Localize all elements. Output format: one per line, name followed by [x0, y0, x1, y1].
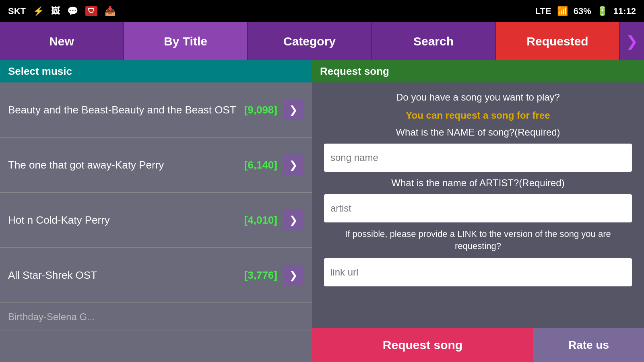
message-icon: 💬 [67, 6, 78, 16]
download-icon: 📥 [105, 6, 116, 16]
tab-bar: New By Title Category Search Requested ❯ [0, 22, 644, 60]
carrier-label: SKT [8, 6, 26, 16]
status-bar: SKT ⚡ 🖼 💬 🛡 📥 LTE 📶 63% 🔋 11:12 [0, 0, 644, 22]
link-input[interactable] [324, 258, 632, 286]
request-intro-text: Do you have a song you want to play? [324, 90, 632, 104]
music-item-arrow[interactable]: ❯ [283, 265, 304, 286]
battery-label: 63% [574, 6, 591, 16]
music-item-arrow[interactable]: ❯ [283, 154, 304, 175]
request-song-button[interactable]: Request song [312, 328, 533, 362]
music-item[interactable]: Beauty and the Beast-Beauty and the Beas… [0, 82, 312, 138]
image-icon: 🖼 [51, 6, 60, 16]
music-item[interactable]: The one that got away-Katy Perry [6,140]… [0, 138, 312, 193]
app-icon: 🛡 [85, 6, 97, 16]
tab-category[interactable]: Category [248, 22, 372, 60]
song-name-input[interactable] [324, 144, 632, 172]
request-free-text: You can request a song for free [324, 110, 632, 121]
music-item-arrow[interactable]: ❯ [283, 99, 304, 120]
rate-us-button[interactable]: Rate us [533, 328, 644, 362]
music-item[interactable]: All Star-Shrek OST [3,776] ❯ [0, 248, 312, 303]
main-content: Select music Beauty and the Beast-Beauty… [0, 60, 644, 362]
song-name-label: What is the NAME of song?(Required) [324, 127, 632, 138]
tab-next-arrow[interactable]: ❯ [620, 22, 644, 60]
tab-search[interactable]: Search [372, 22, 496, 60]
music-item-info: Beauty and the Beast-Beauty and the Beas… [8, 104, 236, 116]
time-label: 11:12 [613, 6, 636, 16]
tab-requested[interactable]: Requested [496, 22, 620, 60]
status-left: SKT ⚡ 🖼 💬 🛡 📥 [8, 6, 116, 16]
status-right: LTE 📶 63% 🔋 11:12 [535, 6, 636, 16]
request-body: Do you have a song you want to play? You… [312, 82, 644, 328]
music-item-right: [6,140] ❯ [244, 154, 304, 175]
music-item-right: [9,098] ❯ [244, 99, 304, 120]
artist-name-input[interactable] [324, 194, 632, 222]
music-list-panel: Select music Beauty and the Beast-Beauty… [0, 60, 312, 362]
request-header: Request song [312, 60, 644, 82]
music-item-info: Hot n Cold-Katy Perry [8, 214, 110, 226]
music-item[interactable]: Hot n Cold-Katy Perry [4,010] ❯ [0, 193, 312, 248]
music-item-info: All Star-Shrek OST [8, 269, 97, 282]
signal-icon: 📶 [557, 6, 568, 16]
artist-name-label: What is the name of ARTIST?(Required) [324, 177, 632, 189]
request-buttons: Request song Rate us [312, 328, 644, 362]
music-item-partial[interactable]: Birthday-Selena G... [0, 303, 312, 331]
request-panel: Request song Do you have a song you want… [312, 60, 644, 362]
tab-new[interactable]: New [0, 22, 124, 60]
music-item-right: [3,776] ❯ [244, 265, 304, 286]
link-label: If possible, please provide a LINK to th… [324, 228, 632, 253]
battery-icon: 🔋 [597, 6, 608, 16]
music-item-arrow[interactable]: ❯ [283, 210, 304, 230]
tab-by-title[interactable]: By Title [124, 22, 248, 60]
usb-icon: ⚡ [33, 6, 44, 16]
music-item-right: [4,010] ❯ [244, 210, 304, 230]
lte-label: LTE [535, 6, 551, 16]
select-music-header: Select music [0, 60, 312, 82]
music-item-info: The one that got away-Katy Perry [8, 159, 164, 171]
